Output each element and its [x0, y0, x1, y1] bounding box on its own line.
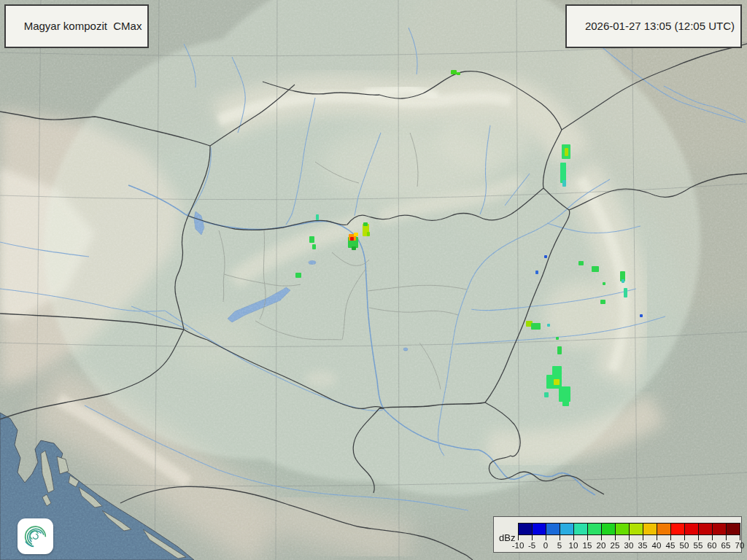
colorbar-cell: [532, 523, 546, 535]
colorbar-cell: [684, 523, 699, 535]
legend-tick-mark: [546, 535, 546, 540]
base-map: [0, 0, 747, 560]
colorbar-cell: [643, 523, 657, 535]
timestamp-box: 2026-01-27 13:05 (12:05 UTC): [565, 4, 742, 48]
legend-tick-mark: [615, 535, 616, 540]
legend-tick-mark: [726, 535, 727, 540]
legend-tick-label: 35: [638, 541, 648, 550]
colorbar-cell: [629, 523, 643, 535]
legend-tick-label: 0: [543, 541, 548, 550]
colorbar-cell: [670, 523, 685, 535]
colorbar-cell: [573, 523, 588, 535]
legend-tick-mark: [684, 535, 685, 540]
product-label-box: Magyar kompozit CMax: [4, 4, 149, 48]
legend-tick-label: 70: [735, 541, 745, 550]
legend-tick-mark: [740, 535, 740, 540]
legend-tick-mark: [657, 535, 657, 540]
legend-tick-label: 40: [652, 541, 662, 550]
colorbar-cell: [726, 523, 740, 535]
legend-tick-label: -10: [512, 541, 525, 550]
legend-tick-mark: [670, 535, 671, 540]
colorbar-cell: [518, 523, 533, 535]
legend-tick-mark: [532, 535, 533, 540]
timestamp-text: 2026-01-27 13:05 (12:05 UTC): [585, 20, 735, 32]
legend-tick-mark: [643, 535, 643, 540]
colorbar-cell: [601, 523, 616, 535]
legend-tick-label: -5: [528, 541, 535, 550]
legend-tick-label: 45: [666, 541, 676, 550]
legend-tick-label: 30: [624, 541, 634, 550]
colorbar-cell: [587, 523, 602, 535]
legend-colorbar: [518, 523, 740, 535]
legend-tick-mark: [518, 535, 519, 540]
legend-tick-mark: [587, 535, 588, 540]
terrain-texture-overlay: [0, 0, 747, 560]
legend-tick-mark: [712, 535, 713, 540]
colorbar-cell: [560, 523, 574, 535]
colorbar-cell: [657, 523, 671, 535]
colorbar-cell: [698, 523, 713, 535]
colorbar-cell: [615, 523, 630, 535]
weather-service-logo: [18, 518, 53, 554]
legend-tick-mark: [629, 535, 630, 540]
legend-tick-label: 50: [680, 541, 689, 550]
spiral-logo-icon: [18, 518, 53, 554]
legend-tick-label: 65: [721, 541, 731, 550]
legend-tick-label: 20: [597, 541, 606, 550]
legend-tick-mark: [698, 535, 699, 540]
product-label: Magyar kompozit CMax: [24, 20, 142, 32]
legend-tick-mark: [560, 535, 560, 540]
legend-tick-label: 55: [694, 541, 703, 550]
colorbar-cell: [712, 523, 727, 535]
legend-tick-label: 25: [611, 541, 620, 550]
legend-tick-mark: [573, 535, 574, 540]
legend-tick-label: 15: [583, 541, 592, 550]
legend-tick-label: 5: [557, 541, 562, 550]
colorbar-cell: [546, 523, 560, 535]
legend-tick-mark: [601, 535, 602, 540]
radar-composite-view: Magyar kompozit CMax 2026-01-27 13:05 (1…: [0, 0, 747, 560]
legend-tick-label: 10: [569, 541, 578, 550]
legend-tick-label: 60: [708, 541, 717, 550]
reflectivity-legend: dBz -10-50510152025303540455055606570: [493, 516, 742, 553]
legend-tick-area: -10-50510152025303540455055606570: [518, 535, 741, 551]
